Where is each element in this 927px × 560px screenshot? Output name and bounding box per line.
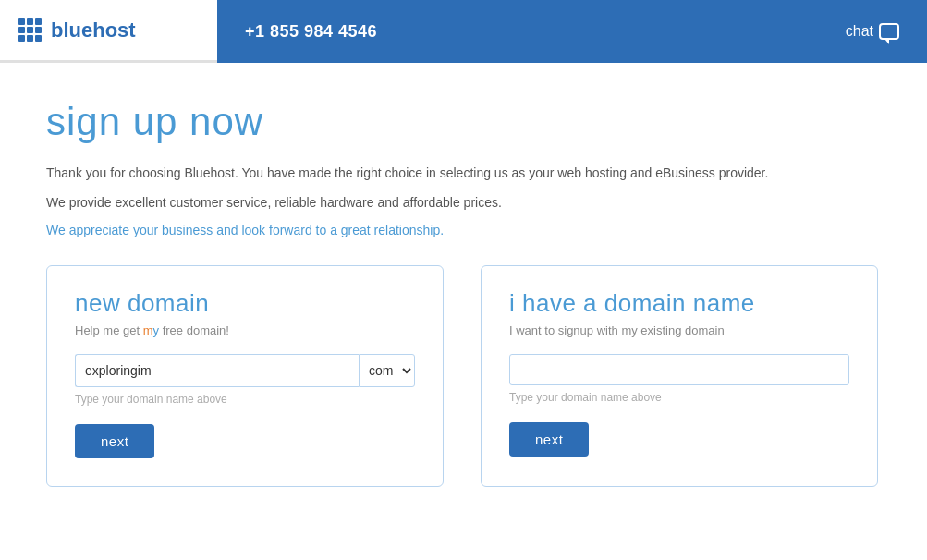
domain-extension-select[interactable]: com net org info co [359,354,415,387]
existing-domain-title: i have a domain name [509,289,849,318]
appreciate-text-content: We appreciate your business and look for… [46,223,444,237]
intro-paragraph-2: We provide excellent customer service, r… [46,192,881,213]
subtitle-text-plain: Help me get [75,323,143,337]
domain-input-row: com net org info co [75,354,415,387]
page-title: sign up now [46,100,881,144]
logo-section: bluehost [0,0,217,63]
logo-text: bluehost [51,18,136,43]
intro-paragraph-1: Thank you for choosing Bluehost. You hav… [46,163,881,183]
subtitle-text-rest: free domain! [159,323,229,337]
existing-domain-hint: Type your domain name above [509,391,849,404]
chat-label: chat [846,23,873,40]
intro-text-2: We provide excellent customer service, r… [46,195,502,210]
existing-domain-subtitle: I want to signup with my existing domain [509,323,849,337]
new-domain-title: new domain [75,289,415,318]
existing-domain-input[interactable] [509,354,849,385]
existing-domain-next-button[interactable]: next [509,422,589,457]
main-content: sign up now Thank you for choosing Blueh… [0,63,927,524]
new-domain-hint: Type your domain name above [75,393,415,406]
intro-text-1: Thank you for choosing Bluehost. You hav… [46,165,768,180]
subtitle-highlight-orange: m [143,323,153,337]
phone-number: +1 855 984 4546 [245,22,377,42]
new-domain-subtitle: Help me get my free domain! [75,323,415,337]
appreciate-text: We appreciate your business and look for… [46,223,881,237]
chat-bubble-icon [879,23,899,40]
cards-container: new domain Help me get my free domain! c… [46,265,881,487]
header-blue-bar: +1 855 984 4546 chat [217,0,927,63]
header: bluehost +1 855 984 4546 chat [0,0,927,63]
chat-button[interactable]: chat [846,23,899,40]
new-domain-next-button[interactable]: next [75,424,154,458]
existing-domain-card: i have a domain name I want to signup wi… [481,265,878,487]
new-domain-card: new domain Help me get my free domain! c… [46,265,444,487]
logo-grid-icon [18,18,42,42]
new-domain-input[interactable] [75,354,359,387]
